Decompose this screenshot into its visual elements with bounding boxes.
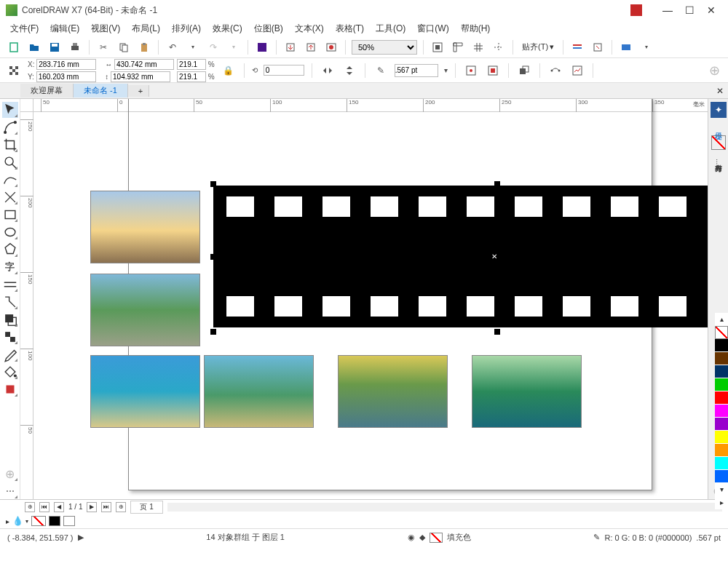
edit-bitmap-icon[interactable]	[569, 63, 585, 79]
tab-add[interactable]: +	[128, 85, 149, 97]
bitmap-image-1[interactable]	[90, 191, 200, 263]
polygon-tool-icon[interactable]	[2, 242, 18, 258]
ruler-corner[interactable]	[20, 99, 33, 112]
width-input[interactable]	[114, 59, 174, 70]
page-tab[interactable]: 页 1	[130, 501, 162, 514]
maximize-button[interactable]: ☐	[678, 3, 700, 17]
page-add-icon[interactable]: ⊕	[25, 502, 35, 512]
import-icon[interactable]	[282, 39, 298, 55]
current-black-swatch[interactable]	[49, 516, 60, 526]
swatch-black[interactable]	[715, 339, 728, 352]
smart-fill-tool-icon[interactable]	[2, 381, 18, 397]
undo-icon[interactable]: ↶	[165, 39, 181, 55]
undo-dropdown-icon[interactable]: ▾	[185, 39, 201, 55]
search-icon[interactable]	[254, 39, 270, 55]
zoom-tool-icon[interactable]	[2, 154, 18, 170]
swatch-yellow[interactable]	[715, 431, 728, 444]
menu-file[interactable]: 文件(F)	[6, 21, 43, 36]
ruler-vertical[interactable]: 250 200 150 100 50	[20, 112, 33, 499]
publish-icon[interactable]	[323, 39, 339, 55]
page-last-icon[interactable]: ⏭	[101, 502, 111, 512]
copy-icon[interactable]	[116, 39, 132, 55]
menu-arrange[interactable]: 排列(A)	[167, 21, 205, 36]
eyedropper-preview-icon[interactable]: 💧	[12, 516, 23, 526]
menu-tools[interactable]: 工具(O)	[371, 21, 410, 36]
menu-text[interactable]: 文本(X)	[290, 21, 328, 36]
outline-color-icon[interactable]: ◆	[419, 533, 425, 542]
print-icon[interactable]	[67, 39, 83, 55]
swatch-blue[interactable]	[715, 470, 728, 483]
menu-table[interactable]: 表格(T)	[331, 21, 368, 36]
page-prev-icon[interactable]: ◀	[54, 502, 64, 512]
artistic-media-tool-icon[interactable]	[2, 189, 18, 205]
scale-y-input[interactable]	[177, 71, 206, 82]
fill-tool-icon[interactable]	[2, 364, 18, 380]
selection-handle-sw[interactable]	[210, 329, 216, 335]
menu-effects[interactable]: 效果(C)	[208, 21, 247, 36]
canvas-area[interactable]: 50 0 50 100 150 200 250 300 350 毫米 250 2…	[20, 99, 708, 499]
palette-scroll-up[interactable]: ▴	[715, 313, 728, 326]
outline-pen-status-icon[interactable]: ✎	[593, 533, 600, 542]
current-none-swatch[interactable]	[31, 516, 46, 526]
swatch-cyan[interactable]	[715, 457, 728, 470]
options-icon[interactable]	[569, 39, 585, 55]
transparency-tool-icon[interactable]	[2, 329, 18, 345]
x-position-input[interactable]	[36, 59, 96, 70]
menu-help[interactable]: 帮助(H)	[456, 21, 495, 36]
bitmap-image-2[interactable]	[90, 274, 200, 346]
swatch-navy[interactable]	[715, 365, 728, 378]
order-icon[interactable]	[516, 63, 532, 79]
app-dropdown-icon[interactable]: ▾	[638, 39, 654, 55]
selection-handle-nw[interactable]	[210, 181, 216, 187]
hints-docker-icon[interactable]: ✦	[711, 102, 727, 118]
bitmap-image-5[interactable]	[338, 355, 448, 428]
user-icon[interactable]	[630, 4, 642, 16]
drop-shadow-tool-icon[interactable]	[2, 311, 18, 327]
palette-prev-icon[interactable]: ▸	[6, 517, 9, 525]
convert-icon[interactable]	[547, 63, 563, 79]
new-icon[interactable]	[6, 39, 22, 55]
tab-welcome[interactable]: 欢迎屏幕	[20, 84, 74, 98]
tab-close-icon[interactable]: ✕	[712, 86, 728, 96]
freehand-tool-icon[interactable]	[2, 172, 18, 188]
cut-icon[interactable]: ✂	[95, 39, 111, 55]
object-origin-icon[interactable]	[6, 63, 22, 79]
fullscreen-icon[interactable]	[430, 39, 446, 55]
toolbox-more-icon[interactable]: ⋯	[2, 483, 18, 499]
app-icon[interactable]	[618, 39, 634, 55]
menu-layout[interactable]: 布局(L)	[127, 21, 165, 36]
redo-dropdown-icon[interactable]: ▾	[226, 39, 242, 55]
status-play-icon[interactable]: ▶	[78, 533, 84, 542]
close-button[interactable]: ✕	[700, 3, 722, 17]
swatch-magenta[interactable]	[715, 405, 728, 418]
zoom-select[interactable]: 50%	[352, 40, 417, 55]
h-scrollbar[interactable]	[167, 503, 722, 512]
redo-icon[interactable]: ↷	[205, 39, 221, 55]
mirror-v-icon[interactable]	[341, 63, 357, 79]
palette-flyout[interactable]: ▸	[715, 496, 728, 509]
docker-none-swatch[interactable]	[711, 135, 726, 150]
pick-tool-icon[interactable]	[2, 102, 18, 118]
toolbox-add-icon[interactable]: ⊕	[2, 466, 18, 482]
menu-window[interactable]: 窗口(W)	[413, 21, 453, 36]
lock-ratio-icon[interactable]: 🔒	[221, 63, 237, 79]
rectangle-tool-icon[interactable]	[2, 207, 18, 223]
paste-icon[interactable]	[136, 39, 152, 55]
swatch-red[interactable]	[715, 391, 728, 405]
rotation-input[interactable]	[264, 65, 304, 76]
menu-edit[interactable]: 编辑(E)	[46, 21, 84, 36]
rulers-icon[interactable]	[450, 39, 466, 55]
current-white-swatch[interactable]	[63, 516, 75, 526]
palette-scroll-down[interactable]: ▾	[715, 483, 728, 496]
guidelines-icon[interactable]	[491, 39, 507, 55]
swatch-none[interactable]	[715, 326, 728, 339]
bitmap-image-4[interactable]	[204, 355, 314, 428]
powerclip-icon[interactable]	[485, 63, 501, 79]
mirror-h-icon[interactable]	[320, 63, 336, 79]
wrap-icon[interactable]	[463, 63, 479, 79]
connector-tool-icon[interactable]	[2, 294, 18, 310]
scale-x-input[interactable]	[177, 59, 206, 70]
selection-handle-s[interactable]	[494, 329, 500, 335]
y-position-input[interactable]	[36, 71, 96, 82]
selection-handle-n[interactable]	[494, 181, 500, 187]
